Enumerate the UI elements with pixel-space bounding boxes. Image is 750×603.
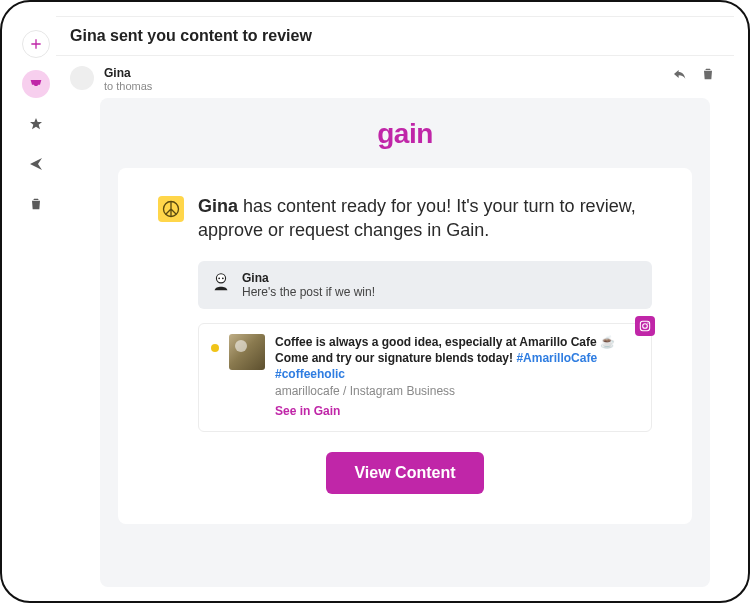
email-subject: Gina sent you content to review bbox=[70, 27, 720, 45]
inbox-icon bbox=[28, 76, 44, 92]
post-preview: Coffee is always a good idea, especially… bbox=[198, 323, 652, 433]
reply-icon bbox=[672, 66, 688, 82]
plus-icon bbox=[28, 36, 44, 52]
user-note: Gina Here's the post if we win! bbox=[198, 261, 652, 309]
intro-row: Gina has content ready for you! It's you… bbox=[158, 194, 652, 243]
inbox-button[interactable] bbox=[22, 70, 50, 98]
app: Gina sent you content to review Gina to … bbox=[16, 16, 734, 587]
brand-logo: gain bbox=[118, 118, 692, 150]
sent-button[interactable] bbox=[22, 150, 50, 178]
cta-row: View Content bbox=[158, 452, 652, 494]
intro-rest: has content ready for you! It's your tur… bbox=[198, 196, 636, 240]
intro-text: Gina has content ready for you! It's you… bbox=[198, 194, 652, 243]
svg-point-2 bbox=[218, 277, 220, 279]
post-caption: Coffee is always a good idea, especially… bbox=[275, 334, 639, 383]
svg-point-6 bbox=[647, 322, 648, 323]
email-body: gain Gina has content ready for you! It'… bbox=[100, 98, 710, 587]
note-name: Gina bbox=[242, 271, 375, 285]
recipient-line: to thomas bbox=[104, 80, 672, 92]
content-card: Gina has content ready for you! It's you… bbox=[118, 168, 692, 524]
note-text: Here's the post if we win! bbox=[242, 285, 375, 299]
starred-button[interactable] bbox=[22, 110, 50, 138]
post-text-block: Coffee is always a good idea, especially… bbox=[275, 334, 639, 420]
main-column: Gina sent you content to review Gina to … bbox=[56, 16, 734, 587]
star-icon bbox=[28, 116, 44, 132]
trash-button[interactable] bbox=[22, 190, 50, 218]
post-meta: amarillocafe / Instagram Business bbox=[275, 384, 639, 398]
peace-icon bbox=[158, 196, 184, 222]
trash-icon bbox=[700, 66, 716, 82]
sidebar bbox=[16, 16, 56, 587]
intro-bold: Gina bbox=[198, 196, 238, 216]
note-body: Gina Here's the post if we win! bbox=[242, 271, 375, 299]
svg-point-1 bbox=[216, 273, 225, 282]
compose-button[interactable] bbox=[22, 30, 50, 58]
reply-button[interactable] bbox=[672, 66, 688, 82]
instagram-badge bbox=[635, 316, 655, 336]
note-avatar bbox=[210, 271, 232, 293]
header-actions bbox=[672, 66, 716, 82]
svg-point-5 bbox=[643, 323, 648, 328]
instagram-icon bbox=[638, 319, 652, 333]
send-icon bbox=[28, 156, 44, 172]
subject-bar: Gina sent you content to review bbox=[56, 16, 734, 56]
see-in-gain-link[interactable]: See in Gain bbox=[275, 404, 340, 418]
sender-avatar bbox=[70, 66, 94, 90]
svg-point-3 bbox=[222, 277, 224, 279]
app-window: Gina sent you content to review Gina to … bbox=[0, 0, 750, 603]
sender-name: Gina bbox=[104, 66, 672, 80]
sender-block: Gina to thomas bbox=[104, 66, 672, 92]
view-content-button[interactable]: View Content bbox=[326, 452, 483, 494]
post-thumbnail bbox=[229, 334, 265, 370]
delete-button[interactable] bbox=[700, 66, 716, 82]
message-header: Gina to thomas bbox=[56, 56, 734, 98]
trash-icon bbox=[28, 196, 44, 212]
status-dot bbox=[211, 344, 219, 352]
brand-word: gain bbox=[377, 118, 433, 149]
